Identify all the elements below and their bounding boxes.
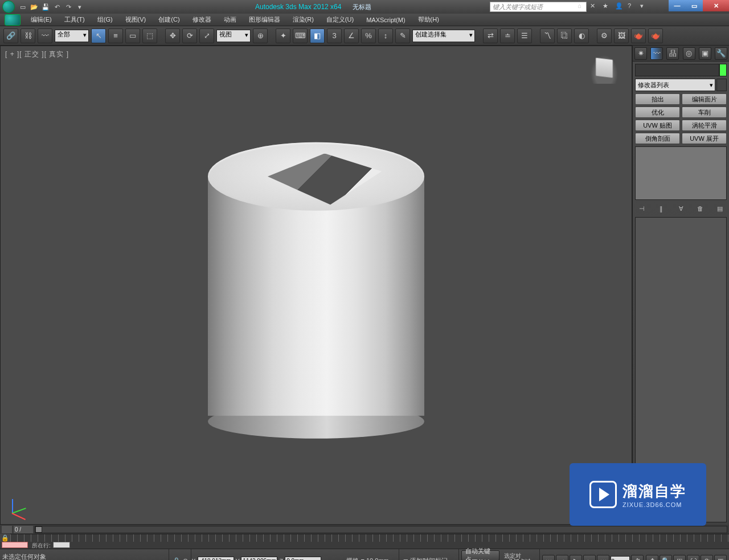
play-icon[interactable]: ▶ bbox=[570, 555, 582, 561]
goto-start-icon[interactable]: ⏮ bbox=[542, 555, 555, 561]
add-time-tag[interactable]: 添加时间标记 bbox=[410, 557, 448, 560]
object-color-swatch[interactable] bbox=[719, 64, 727, 76]
render-iterative-icon[interactable]: 🫖 bbox=[648, 28, 663, 43]
tab-hierarchy-icon[interactable]: 品 bbox=[666, 47, 679, 60]
help-icon[interactable]: ? bbox=[628, 2, 637, 11]
prev-frame-icon[interactable]: ◂ bbox=[556, 555, 568, 561]
mod-btn-extrude[interactable]: 抬出 bbox=[635, 93, 680, 105]
menu-group[interactable]: 组(G) bbox=[92, 14, 118, 25]
rendered-frame-icon[interactable]: 🖼 bbox=[614, 28, 629, 43]
window-crossing-icon[interactable]: ⬚ bbox=[142, 28, 157, 43]
help-search-input[interactable]: 键入关键字或短语 bbox=[490, 2, 587, 12]
next-frame-icon[interactable]: ▸ bbox=[583, 555, 596, 561]
snap-toggle-icon[interactable]: ◧ bbox=[310, 28, 325, 43]
time-config-button-icon[interactable]: ⏱ bbox=[631, 555, 644, 561]
nav-maximize-icon[interactable]: ▣ bbox=[714, 555, 727, 561]
spinner-snap-icon[interactable]: ↕ bbox=[378, 28, 393, 43]
snap-3d-icon[interactable]: 3 bbox=[327, 28, 342, 43]
menu-animation[interactable]: 动画 bbox=[218, 14, 242, 25]
qat-redo-icon[interactable]: ↷ bbox=[63, 1, 74, 13]
time-config-icon[interactable] bbox=[2, 526, 12, 533]
curve-editor-icon[interactable]: 〽 bbox=[540, 28, 555, 43]
close-button[interactable]: ✕ bbox=[703, 0, 729, 11]
viewport-label[interactable]: [ + ][ 正交 ][ 真实 ] bbox=[5, 50, 69, 59]
align-icon[interactable]: ≐ bbox=[500, 28, 515, 43]
nav-zoom-icon[interactable]: 🔍 bbox=[660, 555, 672, 561]
unlink-icon[interactable]: ⛓ bbox=[21, 28, 35, 43]
track-bar[interactable]: 🔒 bbox=[0, 534, 729, 542]
nav-pan-icon[interactable]: ✥ bbox=[646, 555, 658, 561]
qat-save-icon[interactable]: 💾 bbox=[40, 1, 51, 13]
exchange-icon[interactable]: ✕ bbox=[590, 2, 599, 11]
named-selection-combo[interactable]: 创建选择集 bbox=[412, 30, 475, 42]
time-slider-track[interactable] bbox=[35, 526, 727, 533]
edit-named-sel-icon[interactable]: ✎ bbox=[395, 28, 410, 43]
qat-dropdown-icon[interactable]: ▾ bbox=[74, 1, 85, 13]
time-tag-icon[interactable]: 🏷 bbox=[402, 558, 408, 561]
favorites-icon[interactable]: ★ bbox=[603, 2, 612, 11]
tab-display-icon[interactable]: ▣ bbox=[699, 47, 711, 60]
pivot-center-icon[interactable]: ⊕ bbox=[253, 28, 268, 43]
menu-modifiers[interactable]: 修改器 bbox=[187, 14, 217, 25]
mod-btn-editpatch[interactable]: 编辑面片 bbox=[682, 93, 727, 105]
render-production-icon[interactable]: 🫖 bbox=[631, 28, 646, 43]
mod-btn-uvwmap[interactable]: UVW 贴图 bbox=[635, 120, 680, 131]
selection-filter-combo[interactable]: 全部 bbox=[55, 30, 89, 42]
tab-utilities-icon[interactable]: 🔧 bbox=[715, 47, 727, 60]
nav-fov-icon[interactable]: ◫ bbox=[673, 555, 686, 561]
remove-modifier-icon[interactable]: 🗑 bbox=[695, 203, 706, 214]
coord-x-input[interactable] bbox=[198, 557, 234, 561]
menu-rendering[interactable]: 渲染(R) bbox=[287, 14, 320, 25]
pin-stack-icon[interactable]: ⊣ bbox=[636, 203, 648, 214]
angle-snap-icon[interactable]: ∠ bbox=[344, 28, 359, 43]
show-end-result-icon[interactable]: ‖ bbox=[656, 203, 667, 214]
selection-lock-icon[interactable]: 🔒 bbox=[173, 557, 181, 560]
mod-btn-optimize[interactable]: 优化 bbox=[635, 107, 680, 118]
viewport-perspective[interactable]: [ + ][ 正交 ][ 真实 ] bbox=[0, 46, 632, 525]
make-unique-icon[interactable]: ∀ bbox=[675, 203, 687, 214]
goto-end-icon[interactable]: ⏭ bbox=[597, 555, 609, 561]
rotate-icon[interactable]: ⟳ bbox=[182, 28, 197, 43]
menu-maxscript[interactable]: MAXScript(M) bbox=[361, 15, 411, 24]
mod-btn-turbosmooth[interactable]: 涡轮平滑 bbox=[682, 120, 727, 131]
modifier-stack[interactable] bbox=[635, 146, 727, 200]
menu-grapheditors[interactable]: 图形编辑器 bbox=[243, 14, 286, 25]
coord-y-input[interactable] bbox=[241, 557, 277, 561]
mod-btn-unwrapuvw[interactable]: UVW 展开 bbox=[682, 133, 727, 144]
modifier-list-combo[interactable]: 修改器列表 bbox=[635, 79, 715, 91]
link-icon[interactable]: 🔗 bbox=[3, 28, 18, 43]
menu-help[interactable]: 帮助(H) bbox=[412, 14, 445, 25]
scale-icon[interactable]: ⤢ bbox=[199, 28, 214, 43]
ref-coord-combo[interactable]: 视图 bbox=[216, 30, 251, 42]
keyboard-shortcut-icon[interactable]: ⌨ bbox=[293, 28, 308, 43]
tab-create-icon[interactable]: ✷ bbox=[634, 47, 647, 60]
percent-snap-icon[interactable]: % bbox=[361, 28, 376, 43]
menu-customize[interactable]: 自定义(U) bbox=[321, 14, 359, 25]
render-setup-icon[interactable]: ⚙ bbox=[597, 28, 612, 43]
time-slider-thumb[interactable] bbox=[35, 526, 42, 533]
select-by-name-icon[interactable]: ≡ bbox=[108, 28, 123, 43]
tab-modify-icon[interactable]: 〰 bbox=[650, 47, 663, 60]
maximize-button[interactable]: ▭ bbox=[686, 0, 703, 11]
mini-listener-input[interactable] bbox=[53, 542, 70, 548]
configure-sets-icon[interactable]: ▤ bbox=[714, 203, 726, 214]
schematic-view-icon[interactable]: ⿻ bbox=[557, 28, 572, 43]
isolate-icon[interactable]: ⊙ bbox=[183, 557, 188, 560]
qat-open-icon[interactable]: 📂 bbox=[28, 1, 40, 13]
nav-orbit-icon[interactable]: ⟳ bbox=[701, 555, 713, 561]
mini-listener-output[interactable] bbox=[2, 542, 28, 548]
move-icon[interactable]: ✥ bbox=[165, 28, 180, 43]
viewcube[interactable] bbox=[588, 52, 620, 84]
bind-spacewarp-icon[interactable]: 〰 bbox=[38, 28, 52, 43]
tab-motion-icon[interactable]: ◎ bbox=[683, 47, 695, 60]
menu-views[interactable]: 视图(V) bbox=[120, 14, 152, 25]
nav-zoom-extents-icon[interactable]: ⛶ bbox=[687, 555, 699, 561]
application-button[interactable] bbox=[5, 14, 21, 26]
select-object-icon[interactable]: ↖ bbox=[91, 28, 106, 43]
rect-region-icon[interactable]: ▭ bbox=[125, 28, 140, 43]
subscription-icon[interactable]: ⌂ bbox=[578, 2, 587, 11]
help-dropdown-icon[interactable]: ▾ bbox=[640, 2, 649, 11]
mod-btn-bevelprofile[interactable]: 倒角剖面 bbox=[635, 133, 680, 144]
configure-modifier-sets-icon[interactable] bbox=[716, 79, 727, 91]
qat-undo-icon[interactable]: ↶ bbox=[51, 1, 63, 13]
